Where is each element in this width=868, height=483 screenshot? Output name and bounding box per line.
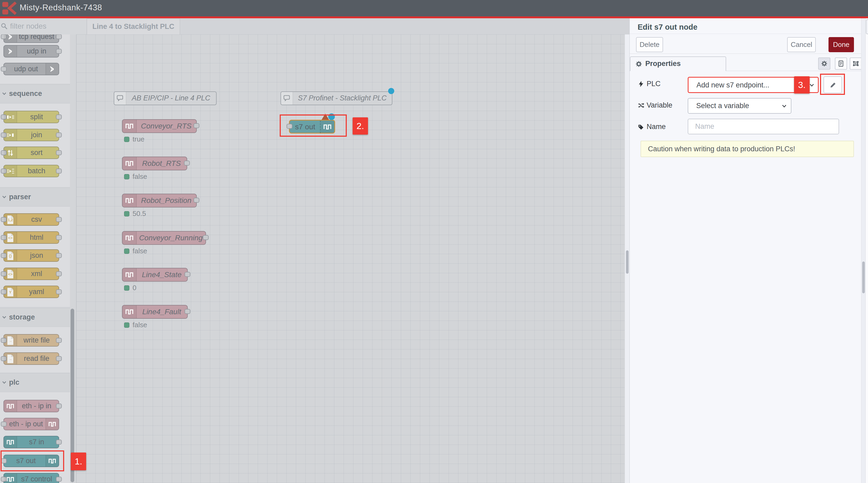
node-red-logo (1, 1, 17, 16)
category-label: parser (9, 188, 31, 206)
node-icon-region (123, 305, 136, 318)
palette-node-s7-control[interactable]: s7 control (3, 473, 59, 483)
category-label: sequence (9, 85, 42, 102)
changed-indicator-dot (388, 88, 394, 94)
status-text: false (132, 172, 147, 181)
annotation-box-1 (1, 450, 64, 471)
node-icon-region (123, 157, 136, 170)
flow-tab[interactable]: Line 4 to Stacklight PLC (87, 19, 180, 35)
palette-category-parser[interactable]: parser (0, 188, 70, 207)
variable-select[interactable]: Select a variable (688, 98, 792, 114)
palette-node-udp-out[interactable]: udp out (3, 63, 59, 75)
collapsed-sidebar-edge (866, 19, 868, 34)
palette-node-batch[interactable]: batch (3, 165, 59, 177)
app-header: Misty-Redshank-7438 (0, 0, 868, 17)
squarewave-icon (125, 159, 134, 168)
flow-canvas[interactable]: AB EIP/CIP - Line 4 PLCS7 Profinet - Sta… (76, 34, 625, 483)
palette-node-label: udp out (4, 63, 59, 75)
gear-icon (635, 60, 642, 68)
bolt-icon (638, 80, 645, 88)
palette-node-label: split (4, 111, 59, 123)
workspace-title: Misty-Redshank-7438 (20, 0, 102, 17)
node-icon-region (123, 268, 136, 281)
properties-view-button[interactable] (818, 58, 830, 70)
palette-node-write-file[interactable]: →write file (3, 334, 59, 347)
palette-node-tcp-request[interactable]: tcp request (3, 34, 59, 43)
cancel-button[interactable]: Cancel (787, 37, 816, 52)
chevdown-icon (1, 194, 7, 200)
flow-node-conveyor-running[interactable]: Conveyor_Running (122, 231, 206, 245)
flow-node-robot-position[interactable]: Robot_Position (122, 194, 197, 207)
palette-node-label: eth - ip out (4, 418, 59, 430)
header-accent-line (0, 17, 868, 18)
annotation-badge-3: 3. (794, 76, 810, 94)
palette-node-sort[interactable]: sort (3, 147, 59, 159)
squarewave-icon (125, 122, 134, 130)
palette-node-read-file[interactable]: →read file (3, 352, 59, 365)
palette-filter-input[interactable]: filter nodes (0, 18, 86, 34)
edit-panel-title: Edit s7 out node (638, 18, 698, 34)
flow-node-label: Line4_State (136, 268, 187, 281)
canvas-scrollbar-thumb[interactable] (626, 250, 629, 274)
palette-node-xml[interactable]: <>xml (3, 267, 59, 280)
flow-node-line4-state[interactable]: Line4_State (122, 268, 188, 282)
chevdown-icon (1, 90, 7, 97)
flow-node-line4-fault[interactable]: Line4_Fault (122, 305, 188, 319)
name-field-label: Name (638, 123, 666, 131)
category-label: plc (9, 373, 19, 391)
appearance-icon (852, 60, 859, 67)
palette-node-label: read file (4, 353, 59, 364)
palette-category-storage[interactable]: storage (0, 308, 70, 327)
comment-node-ab-eip-cip-line-4-plc[interactable]: AB EIP/CIP - Line 4 PLC (114, 91, 217, 105)
panel-divider (630, 34, 861, 34)
delete-button[interactable]: Delete (636, 37, 663, 52)
appearance-view-button[interactable] (850, 58, 862, 70)
node-port-output (203, 235, 209, 240)
description-view-button[interactable] (835, 58, 847, 70)
palette-node-eth-ip-in[interactable]: eth - ip in (3, 400, 59, 412)
palette-node-label: write file (4, 334, 59, 346)
palette-node-udp-in[interactable]: udp in (3, 45, 59, 58)
palette-node-split[interactable]: split (3, 111, 59, 123)
flow-node-label: Conveyor_Running (136, 232, 206, 244)
right-edge-strip (865, 18, 868, 483)
palette-node-html[interactable]: <>html (3, 231, 59, 244)
done-button[interactable]: Done (829, 37, 854, 52)
status-dot (124, 174, 129, 180)
node-status: true (124, 135, 145, 143)
node-port-output (193, 198, 199, 203)
palette-node-label: yaml (4, 286, 59, 297)
palette-node-label: batch (4, 165, 59, 177)
variable-field-label: Variable (638, 101, 672, 109)
tab-properties[interactable]: Properties (630, 57, 726, 71)
palette-category-sequence[interactable]: sequence (0, 84, 70, 103)
chevdown-icon (1, 379, 7, 386)
flow-node-conveyor-rts[interactable]: Conveyor_RTS (122, 119, 197, 133)
palette-node-label: sort (4, 147, 59, 158)
speech-icon (116, 94, 124, 102)
status-dot (124, 285, 129, 291)
palette-node-eth-ip-out[interactable]: eth - ip out (3, 418, 59, 430)
status-dot (124, 322, 129, 328)
speech-icon (283, 94, 290, 102)
plc-field-label: PLC (638, 80, 661, 88)
flow-node-robot-rts[interactable]: Robot_RTS (122, 157, 187, 170)
palette-node-json[interactable]: {}json (3, 249, 59, 262)
chevron-down-icon (781, 102, 788, 109)
comment-node-s7-profinet-stacklight-plc[interactable]: S7 Profinet - Stacklight PLC (280, 91, 392, 105)
panel-scrollbar-thumb[interactable] (862, 261, 865, 293)
squarewave-icon (125, 234, 134, 242)
palette-category-plc[interactable]: plc (0, 373, 70, 392)
palette-node-label: html (4, 232, 59, 243)
palette-node-csv[interactable]: 1,2csv (3, 213, 59, 226)
name-input[interactable] (688, 119, 839, 134)
canvas-vertical-scrollbar[interactable] (625, 34, 630, 483)
panel-vertical-scrollbar[interactable] (861, 18, 866, 483)
palette-node-join[interactable]: join (3, 129, 59, 141)
node-status: false (124, 172, 147, 181)
node-icon-region (123, 232, 136, 244)
palette-node-label: udp in (4, 45, 59, 57)
palette-node-yaml[interactable]: Yyaml (3, 286, 59, 298)
palette-node-s7-in[interactable]: s7 in (3, 436, 59, 448)
flow-node-label: Robot_Position (136, 194, 196, 207)
